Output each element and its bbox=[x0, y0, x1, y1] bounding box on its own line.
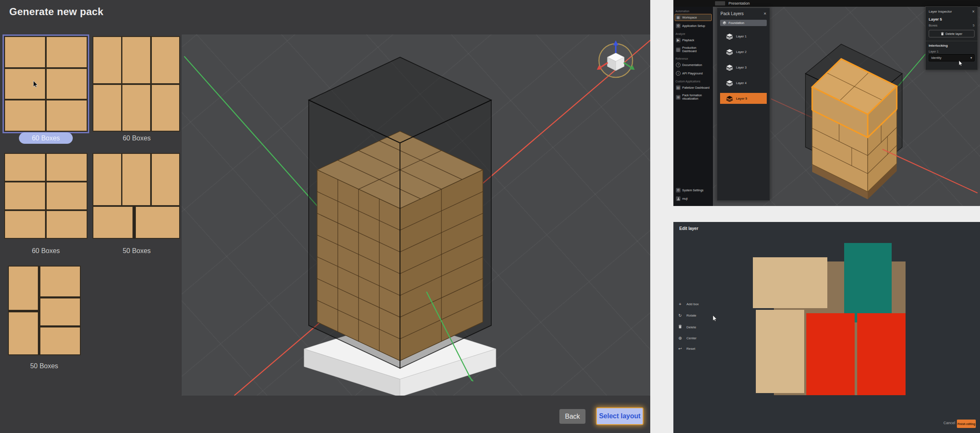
pack-3d-viewport[interactable] bbox=[182, 34, 650, 396]
settings-icon: ⚙ bbox=[676, 188, 681, 193]
delete-layer-button[interactable]: Delete layer bbox=[929, 30, 975, 37]
sidebar-item-workspace[interactable]: ▦ Workspace bbox=[675, 14, 712, 21]
layout-thumbnail-5[interactable] bbox=[8, 266, 81, 355]
layout-3-label: 60 Boxes bbox=[14, 247, 77, 255]
layer-box-red-right[interactable] bbox=[857, 313, 906, 395]
trash-icon bbox=[678, 325, 683, 330]
pack-3d-scene bbox=[182, 34, 650, 396]
tool-delete[interactable]: Delete bbox=[678, 325, 696, 330]
layout-thumbnail-1[interactable] bbox=[4, 36, 87, 132]
tab-bar-button[interactable] bbox=[715, 1, 725, 5]
info-icon: i bbox=[676, 71, 681, 76]
layer-row-3[interactable]: Layer 3 bbox=[720, 62, 767, 73]
view-orientation-gizmo[interactable] bbox=[597, 40, 635, 77]
boxes-label: Boxes bbox=[929, 24, 938, 27]
back-button[interactable]: Back bbox=[559, 409, 585, 424]
palletizer-dashboard-icon: ▤ bbox=[676, 85, 681, 90]
layer-box-tan-bottom[interactable] bbox=[756, 310, 804, 393]
generate-new-pack-dialog: Generate new pack 60 Boxes 60 Boxes 60 B… bbox=[0, 0, 650, 433]
layer-row-4[interactable]: Layer 4 bbox=[720, 77, 767, 88]
undo-icon: ↩ bbox=[678, 346, 683, 351]
rotate-icon: ↻ bbox=[678, 313, 683, 318]
select-layout-button[interactable]: Select layout bbox=[596, 407, 644, 425]
mouse-cursor bbox=[959, 61, 963, 66]
layout-thumbnail-3[interactable] bbox=[4, 153, 87, 239]
tool-reset[interactable]: ↩ Reset bbox=[678, 346, 695, 351]
sidebar-section-header: Analyze bbox=[675, 32, 713, 35]
workspace-window: Presentation Automation ▦ Workspace ⚙ Ap… bbox=[673, 0, 980, 206]
dialog-title: Generate new pack bbox=[9, 6, 103, 18]
layer-row-5-selected[interactable]: Layer 5 bbox=[720, 93, 767, 104]
sidebar-item-palletizer-dashboard[interactable]: ▤ Palletizer Dashboard bbox=[675, 84, 712, 91]
edit-layer-panel: Edit layer + Add box ↻ Rotate Delete ⊕ C… bbox=[673, 222, 980, 433]
interlocking-dropdown[interactable]: Identity ▾ bbox=[929, 54, 975, 61]
sidebar-item-pack-formation-visualization[interactable]: ⊞ Pack formation visualization bbox=[675, 92, 712, 102]
edit-layer-title: Edit layer bbox=[679, 226, 698, 231]
layout-thumbnail-4[interactable] bbox=[93, 153, 180, 239]
pack-formation-icon: ⊞ bbox=[676, 95, 681, 100]
layout-1-label: 60 Boxes bbox=[32, 135, 60, 142]
sidebar-section-header: Reference bbox=[675, 57, 713, 60]
sidebar-item-application-setup[interactable]: ⚙ Application Setup bbox=[675, 22, 712, 29]
inspector-title: Layer Inspector bbox=[929, 10, 952, 13]
sidebar-item-system-settings[interactable]: ⚙ System Settings bbox=[675, 187, 712, 194]
mouse-cursor bbox=[33, 81, 39, 88]
application-setup-icon: ⚙ bbox=[676, 24, 681, 28]
close-icon[interactable]: × bbox=[764, 11, 766, 16]
sidebar-item-api-playground[interactable]: i API Playground bbox=[675, 70, 712, 77]
cube-icon bbox=[723, 21, 726, 25]
sidebar-item-playback[interactable]: ▶ Playback bbox=[675, 37, 712, 44]
interlocking-header: Interlocking bbox=[926, 41, 977, 48]
trash-icon bbox=[941, 32, 944, 36]
layers-icon bbox=[726, 80, 733, 86]
pack-layers-title: Pack Layers bbox=[720, 11, 744, 16]
layout-2-label: 60 Boxes bbox=[105, 135, 168, 142]
pack-layers-panel: Pack Layers × Foundation Layer 1 Layer 2… bbox=[717, 8, 770, 201]
target-icon: ⊕ bbox=[678, 336, 683, 341]
layers-icon bbox=[726, 49, 733, 55]
screen: Generate new pack 60 Boxes 60 Boxes 60 B… bbox=[0, 0, 980, 433]
layout-5-label: 50 Boxes bbox=[13, 362, 76, 370]
sidebar-item-documentation[interactable]: ? Documentation bbox=[675, 61, 712, 69]
user-icon bbox=[676, 196, 681, 201]
playback-icon: ▶ bbox=[676, 38, 681, 42]
tool-add-box[interactable]: + Add box bbox=[678, 302, 699, 306]
layout-4-label: 50 Boxes bbox=[105, 247, 168, 255]
layer-box-teal[interactable] bbox=[844, 243, 892, 322]
inspector-layer-name: Layer 5 bbox=[926, 16, 977, 21]
tool-center[interactable]: ⊕ Center bbox=[678, 336, 697, 341]
chevron-down-icon: ▾ bbox=[970, 56, 972, 60]
workspace-icon: ▦ bbox=[676, 15, 681, 20]
layer-box-red-left[interactable] bbox=[806, 313, 855, 395]
bounding-volume bbox=[309, 57, 491, 368]
layers-icon bbox=[726, 95, 733, 102]
layer-inspector-panel: Layer Inspector × Layer 5 Boxes 5 Delete… bbox=[925, 6, 978, 70]
mouse-cursor bbox=[712, 315, 718, 322]
tab-presentation[interactable]: Presentation bbox=[728, 1, 750, 5]
layer-row-2[interactable]: Layer 2 bbox=[720, 46, 767, 57]
plus-icon: + bbox=[678, 302, 683, 306]
help-icon: ? bbox=[676, 63, 681, 67]
cancel-button[interactable]: Cancel bbox=[943, 421, 955, 425]
layer-row-1[interactable]: Layer 1 bbox=[720, 31, 767, 42]
foundation-item[interactable]: Foundation bbox=[720, 20, 767, 26]
production-dashboard-icon: ◫ bbox=[676, 48, 681, 52]
sidebar-item-production-dashboard[interactable]: ◫ Production Dashboard bbox=[675, 45, 712, 54]
layout-thumbnail-2[interactable] bbox=[93, 36, 180, 132]
layer-field-label: Layer 1 bbox=[926, 48, 977, 53]
finish-editing-button[interactable]: Finish editing bbox=[957, 420, 976, 428]
layers-icon bbox=[726, 64, 733, 71]
sidebar: Automation ▦ Workspace ⚙ Application Set… bbox=[673, 7, 713, 206]
layout-label-badge: 60 Boxes bbox=[19, 132, 73, 144]
boxes-value: 5 bbox=[973, 24, 975, 27]
sidebar-section-header: Custom Applications bbox=[675, 80, 713, 83]
sidebar-section-header: Automation bbox=[675, 10, 713, 13]
layer-box-tan-top[interactable] bbox=[753, 257, 827, 308]
tab-bar: Presentation bbox=[673, 0, 980, 7]
close-icon[interactable]: × bbox=[972, 9, 975, 14]
sidebar-item-user[interactable]: muji bbox=[675, 195, 712, 202]
tool-rotate[interactable]: ↻ Rotate bbox=[678, 313, 697, 318]
layers-icon bbox=[726, 33, 733, 40]
